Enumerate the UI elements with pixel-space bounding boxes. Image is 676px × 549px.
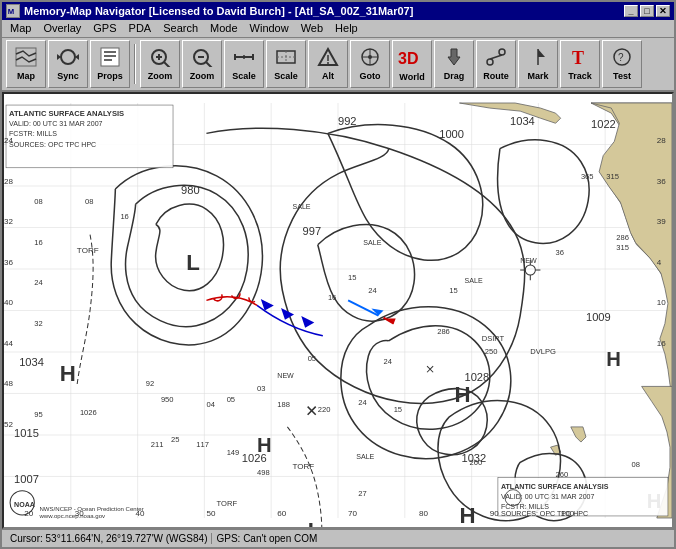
svg-text:1022: 1022 — [591, 118, 616, 130]
svg-rect-5 — [101, 48, 119, 66]
menu-web[interactable]: Web — [295, 21, 329, 36]
svg-text:16: 16 — [120, 212, 128, 221]
svg-text:TORF: TORF — [292, 462, 314, 471]
minimize-button[interactable]: _ — [624, 5, 638, 17]
svg-text:SALE: SALE — [356, 453, 374, 461]
zoom-in-icon — [149, 47, 171, 70]
svg-text:365: 365 — [581, 172, 594, 181]
track-button[interactable]: T Track — [560, 40, 600, 88]
test-label: Test — [613, 71, 631, 81]
map-svg: H H H H H H L L 992 1000 1034 1015 1007 … — [4, 94, 672, 527]
svg-text:24: 24 — [34, 278, 42, 287]
svg-text:1009: 1009 — [586, 311, 611, 323]
svg-line-10 — [164, 62, 170, 67]
svg-text:40: 40 — [136, 509, 145, 518]
svg-text:15: 15 — [449, 286, 457, 295]
svg-text:60: 60 — [277, 509, 286, 518]
gps-status: GPS: Can't open COM — [212, 533, 321, 544]
svg-text:260: 260 — [470, 458, 483, 467]
svg-point-31 — [487, 59, 493, 65]
route-button[interactable]: Route — [476, 40, 516, 88]
svg-text:ATLANTIC SURFACE ANALYSIS: ATLANTIC SURFACE ANALYSIS — [501, 483, 609, 491]
menu-search[interactable]: Search — [157, 21, 204, 36]
drag-label: Drag — [444, 71, 465, 81]
svg-text:36: 36 — [556, 248, 564, 257]
menu-help[interactable]: Help — [329, 21, 364, 36]
menu-overlay[interactable]: Overlay — [37, 21, 87, 36]
svg-text:TORF: TORF — [77, 246, 99, 255]
window-controls: _ □ ✕ — [624, 5, 670, 17]
svg-text:NEW: NEW — [520, 257, 537, 265]
scale1-icon — [233, 47, 255, 70]
svg-text:149: 149 — [227, 448, 240, 457]
svg-text:48: 48 — [4, 379, 13, 388]
menu-map[interactable]: Map — [4, 21, 37, 36]
scale1-label: Scale — [232, 71, 256, 81]
sync-label: Sync — [57, 71, 79, 81]
svg-text:1034: 1034 — [510, 115, 535, 127]
svg-text:28: 28 — [4, 177, 13, 186]
zoom-in-button[interactable]: Zoom — [140, 40, 180, 88]
app-icon: M — [6, 4, 20, 18]
close-button[interactable]: ✕ — [656, 5, 670, 17]
svg-text:SALE: SALE — [292, 203, 310, 211]
track-label: Track — [568, 71, 592, 81]
svg-text:04: 04 — [206, 400, 214, 409]
svg-text:24: 24 — [384, 357, 392, 366]
svg-text:15: 15 — [348, 273, 356, 282]
mark-label: Mark — [527, 71, 548, 81]
scale2-icon — [275, 47, 297, 70]
menu-mode[interactable]: Mode — [204, 21, 244, 36]
window-title: Memory-Map Navigator [Licensed to David … — [24, 5, 413, 17]
mark-button[interactable]: Mark — [518, 40, 558, 88]
menu-gps[interactable]: GPS — [87, 21, 122, 36]
test-button[interactable]: ? Test — [602, 40, 642, 88]
track-icon: T — [569, 47, 591, 70]
svg-text:L: L — [186, 250, 200, 275]
alt-button[interactable]: Alt — [308, 40, 348, 88]
scale1-button[interactable]: Scale — [224, 40, 264, 88]
scale2-button[interactable]: Scale — [266, 40, 306, 88]
goto-icon — [359, 47, 381, 70]
drag-button[interactable]: Drag — [434, 40, 474, 88]
menu-bar: Map Overlay GPS PDA Search Mode Window W… — [2, 20, 674, 38]
svg-text:90: 90 — [490, 509, 499, 518]
svg-text:220: 220 — [318, 405, 331, 414]
svg-text:NOAA: NOAA — [14, 501, 35, 509]
svg-text:950: 950 — [161, 395, 174, 404]
svg-text:20: 20 — [24, 509, 33, 518]
svg-text:FCSTR: MILLS: FCSTR: MILLS — [9, 130, 57, 138]
svg-text:188: 188 — [277, 400, 290, 409]
svg-text:24: 24 — [358, 398, 366, 407]
svg-text:80: 80 — [419, 509, 428, 518]
svg-text:?: ? — [618, 52, 624, 63]
svg-text:05: 05 — [227, 395, 235, 404]
zoom-out-button[interactable]: Zoom — [182, 40, 222, 88]
map-area[interactable]: H H H H H H L L 992 1000 1034 1015 1007 … — [2, 92, 674, 529]
map-button[interactable]: Map — [6, 40, 46, 88]
svg-text:H: H — [60, 361, 76, 386]
svg-text:980: 980 — [181, 184, 200, 196]
svg-text:44: 44 — [4, 339, 13, 348]
world-button[interactable]: 3D World — [392, 40, 432, 88]
menu-pda[interactable]: PDA — [123, 21, 158, 36]
svg-text:260: 260 — [556, 470, 569, 479]
menu-window[interactable]: Window — [244, 21, 295, 36]
svg-text:H: H — [606, 348, 621, 370]
svg-text:32: 32 — [34, 319, 42, 328]
svg-text:DVLPG: DVLPG — [530, 347, 556, 356]
svg-text:36: 36 — [4, 258, 13, 267]
svg-text:1000: 1000 — [439, 128, 464, 140]
svg-text:1015: 1015 — [14, 427, 39, 439]
goto-button[interactable]: Goto — [350, 40, 390, 88]
svg-text:1028: 1028 — [465, 371, 490, 383]
props-button[interactable]: Props — [90, 40, 130, 88]
svg-text:SALE: SALE — [465, 277, 483, 285]
sync-button[interactable]: Sync — [48, 40, 88, 88]
svg-text:39: 39 — [657, 217, 666, 226]
maximize-button[interactable]: □ — [640, 5, 654, 17]
svg-text:498: 498 — [257, 468, 270, 477]
main-window: M Memory-Map Navigator [Licensed to Davi… — [0, 0, 676, 549]
svg-text:286: 286 — [616, 233, 629, 242]
svg-text:16: 16 — [34, 238, 42, 247]
